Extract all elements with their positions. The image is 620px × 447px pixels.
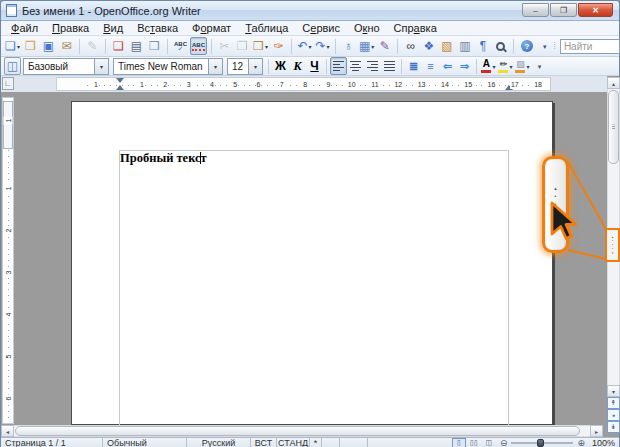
underline-button[interactable]: Ч: [306, 57, 323, 75]
menu-help[interactable]: Справка: [387, 21, 444, 35]
menu-view[interactable]: Вид: [96, 21, 130, 35]
status-language[interactable]: Русский: [187, 438, 251, 447]
spellcheck-button[interactable]: ABC✓: [172, 37, 189, 55]
open-button[interactable]: ❐: [22, 37, 39, 55]
first-line-indent-marker[interactable]: [116, 78, 124, 83]
toolbar-separator: [335, 39, 336, 54]
menu-edit[interactable]: Правка: [45, 21, 96, 35]
menu-format[interactable]: Формат: [185, 21, 238, 35]
scroll-up-button[interactable]: ▴: [607, 77, 620, 89]
title-bar[interactable]: Без имени 1 - OpenOffice.org Writer – ❐ …: [1, 1, 619, 21]
document-page[interactable]: Пробный текст: [71, 101, 553, 425]
paragraph-style-select[interactable]: Базовый ▾: [23, 58, 109, 75]
zoom-in-button[interactable]: ⊕: [577, 439, 585, 447]
redo-button[interactable]: ↷▾: [314, 37, 331, 55]
minimize-button[interactable]: –: [522, 3, 549, 17]
navigation-button[interactable]: ●: [607, 409, 620, 421]
table-button[interactable]: ▦▾: [358, 37, 375, 55]
bullet-list-button[interactable]: ≡: [422, 57, 439, 75]
scroll-right-button[interactable]: ▸: [590, 425, 603, 437]
status-insert-mode[interactable]: ВСТ: [251, 438, 277, 447]
chevron-down-icon[interactable]: ▾: [208, 59, 222, 74]
chevron-down-icon[interactable]: ▾: [248, 59, 262, 74]
background-color-button[interactable]: ▨ ▾: [514, 57, 531, 75]
numbered-list-button[interactable]: ≣: [405, 57, 422, 75]
scroll-down-button[interactable]: ▾: [607, 385, 620, 397]
zoom-slider-thumb[interactable]: [537, 439, 544, 447]
status-paragraph-style[interactable]: Обычный: [103, 438, 187, 447]
save-button[interactable]: ▣: [40, 37, 57, 55]
standard-toolbar-more-button[interactable]: ▾: [536, 37, 553, 55]
help-button[interactable]: ?: [518, 37, 535, 55]
decrease-indent-button[interactable]: ⇐: [439, 57, 456, 75]
navigator-button[interactable]: ❖: [420, 37, 437, 55]
bold-button[interactable]: Ж: [272, 57, 289, 75]
ruler-number: 18: [533, 80, 543, 89]
restore-button[interactable]: ❐: [550, 3, 577, 17]
cut-button[interactable]: ✂: [216, 37, 233, 55]
font-size-select[interactable]: 12 ▾: [227, 58, 263, 75]
scroll-left-button[interactable]: ◂: [1, 425, 14, 437]
chevron-down-icon[interactable]: ▾: [94, 59, 108, 74]
copy-button[interactable]: ❐: [234, 37, 251, 55]
draw-functions-button[interactable]: ✎: [376, 37, 393, 55]
export-pdf-button[interactable]: ❏: [110, 37, 127, 55]
status-zoom-level[interactable]: 100%: [589, 438, 619, 447]
next-page-button[interactable]: ↡: [607, 421, 620, 433]
left-indent-marker[interactable]: [116, 85, 124, 90]
new-document-button[interactable]: ❏▾: [4, 37, 21, 55]
page-preview-button[interactable]: ❒: [146, 37, 163, 55]
zoom-out-button[interactable]: ⊖: [500, 439, 508, 447]
zoom-button[interactable]: [492, 37, 509, 55]
multi-page-view-button[interactable]: ▯▯: [467, 438, 481, 447]
book-view-button[interactable]: ◫: [482, 438, 496, 447]
menu-window[interactable]: Окно: [347, 21, 387, 35]
menu-tools[interactable]: Сервис: [295, 21, 347, 35]
align-left-button[interactable]: [330, 57, 347, 75]
formatting-toolbar: ◫ Базовый ▾ Times New Roman ▾ 12 ▾ Ж К Ч…: [1, 57, 619, 76]
align-center-button[interactable]: [347, 57, 364, 75]
horizontal-scroll-track[interactable]: [14, 425, 590, 437]
vertical-scroll-thumb[interactable]: [608, 90, 619, 164]
find-input[interactable]: [560, 39, 620, 54]
undo-button[interactable]: ↶▾: [296, 37, 313, 55]
horizontal-scrollbar[interactable]: ◂ ▸: [1, 425, 603, 437]
auto-spellcheck-button[interactable]: ABC: [190, 37, 207, 55]
email-button[interactable]: ✉: [58, 37, 75, 55]
tab-type-selector[interactable]: ∟: [2, 77, 14, 90]
data-sources-button[interactable]: ▥: [456, 37, 473, 55]
increase-indent-button[interactable]: ⇒: [456, 57, 473, 75]
horizontal-ruler[interactable]: 1123456789101112131415161718: [56, 77, 551, 91]
styles-panel-button[interactable]: ◫: [4, 57, 21, 75]
nonprinting-characters-button[interactable]: ¶: [474, 37, 491, 55]
hyperlink-button[interactable]: ♁: [340, 37, 357, 55]
dropdown-caret-icon[interactable]: ▾: [509, 63, 512, 70]
menu-table[interactable]: Таблица: [238, 21, 295, 35]
horizontal-scroll-thumb[interactable]: [15, 426, 580, 436]
font-color-button[interactable]: А ▾: [480, 57, 497, 75]
gallery-button[interactable]: ▧: [438, 37, 455, 55]
dropdown-caret-icon[interactable]: ▾: [492, 63, 495, 70]
font-name-select[interactable]: Times New Roman ▾: [113, 58, 223, 75]
find-replace-button[interactable]: ∞: [402, 37, 419, 55]
status-selection-mode[interactable]: СТАНД: [277, 438, 310, 447]
close-button[interactable]: ✕: [578, 3, 613, 17]
formatting-toolbar-more-button[interactable]: ▾: [531, 57, 548, 75]
format-paintbrush-button[interactable]: ✑: [270, 37, 287, 55]
document-text[interactable]: Пробный текст: [120, 151, 207, 165]
align-justify-button[interactable]: [381, 57, 398, 75]
italic-button[interactable]: К: [289, 57, 306, 75]
align-right-button[interactable]: [364, 57, 381, 75]
single-page-view-button[interactable]: ▯: [452, 438, 466, 447]
status-page[interactable]: Страница 1 / 1: [1, 438, 103, 447]
print-button[interactable]: ▤: [128, 37, 145, 55]
edit-file-button[interactable]: ✎: [84, 37, 101, 55]
zoom-slider-track[interactable]: [511, 442, 573, 444]
vertical-ruler[interactable]: 1 123456: [2, 97, 14, 424]
menu-file[interactable]: Файл: [4, 21, 45, 35]
menu-insert[interactable]: Вставка: [130, 21, 185, 35]
highlighting-button[interactable]: ✏ ▾: [497, 57, 514, 75]
paste-button[interactable]: ❒▾: [252, 37, 269, 55]
dropdown-caret-icon[interactable]: ▾: [526, 63, 529, 70]
previous-page-button[interactable]: ↟: [607, 397, 620, 409]
